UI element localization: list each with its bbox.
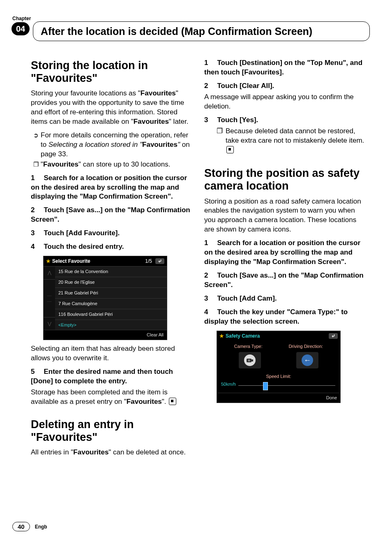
rstep-3: 3 Touch [Yes]. <box>204 116 364 125</box>
right-column: 1 Touch [Destination] on the "Top Menu",… <box>204 57 364 461</box>
back-icon[interactable]: ⤶ <box>329 333 338 339</box>
sstep-4: 4 Touch the key under "Camera Type:" to … <box>204 308 364 327</box>
step-2-text: Touch [Save as...] on the "Map Confirmat… <box>31 206 190 223</box>
step-2: 2 Touch [Save as...] on the "Map Confirm… <box>31 206 191 225</box>
favourites-bold: Favourites <box>73 448 108 456</box>
clear-all-button[interactable]: Clear All <box>44 330 167 340</box>
step-3-text: Touch [Add Favourite]. <box>44 229 120 237</box>
sc-header: ★ Safety Camera ⤶ <box>217 331 340 341</box>
step-3: 3 Touch [Add Favourite]. <box>31 229 191 238</box>
camera-type-button[interactable] <box>239 352 261 368</box>
end-section-icon <box>226 146 234 153</box>
sf-scrollbar[interactable]: ⋀ —— ⋁ <box>44 266 55 330</box>
figure-safety-camera: ★ Safety Camera ⤶ Camera Type: Driving D… <box>217 331 341 403</box>
left-column: Storing the location in "Favourites" Sto… <box>31 57 191 461</box>
safety-intro: Storing a position as a road safety came… <box>204 197 364 235</box>
step-5-body: Storage has been completed and the item … <box>31 388 191 407</box>
scroll-up-icon[interactable]: ⋀ <box>44 266 55 279</box>
favourites-bold: Favourites <box>134 118 169 125</box>
scroll-down-icon[interactable]: ⋁ <box>44 317 55 330</box>
step-4-text: Touch the desired entry. <box>44 243 124 250</box>
rstep-3-text: Touch [Yes]. <box>217 116 258 124</box>
scroll-track[interactable]: —— <box>44 279 55 317</box>
step-1: 1 Search for a location or position the … <box>31 174 191 202</box>
list-item[interactable]: 116 Boulevard Gabriel Péri <box>55 309 167 320</box>
list-item-empty[interactable]: <Empty> <box>55 320 167 330</box>
favourites-bold: Favourites <box>141 89 176 97</box>
driving-direction-label: Driving Direction: <box>288 343 323 350</box>
driving-direction-button[interactable]: ← <box>296 352 318 368</box>
slider-knob[interactable] <box>263 382 268 390</box>
sstep-3-text: Touch [Add Cam]. <box>217 294 277 302</box>
ref-italic: Selecting a location stored in <box>48 141 140 148</box>
bullet-limit: ❐ "Favourites" can store up to 30 locati… <box>31 160 191 169</box>
overwrite-note: Selecting an item that has already been … <box>31 344 191 363</box>
square-icon: ❐ <box>217 127 226 155</box>
sstep-2-text: Touch [Save as...] on the "Map Confirmat… <box>204 271 364 289</box>
chapter-title: After the location is decided (Map Confi… <box>41 25 362 37</box>
favourites-bold: Favourites <box>142 141 178 148</box>
deleting-intro: All entries in "Favourites" can be delet… <box>31 448 191 457</box>
speed-slider[interactable] <box>238 382 335 389</box>
rstep-2-text: Touch [Clear All]. <box>217 82 274 90</box>
list-item[interactable]: 7 Rue Camulogène <box>55 298 167 309</box>
camera-type-label: Camera Type: <box>234 343 263 350</box>
text: " later. <box>169 118 189 125</box>
arrow-left-icon: ← <box>302 354 313 366</box>
star-icon: ★ <box>46 258 51 264</box>
sstep-1-text: Search for a location or position the cu… <box>204 239 360 266</box>
list-item[interactable]: 21 Rue Gabriel Péri <box>55 287 167 298</box>
back-icon[interactable]: ⤶ <box>155 258 164 264</box>
storing-intro: Storing your favourite locations as "Fav… <box>31 89 191 127</box>
svg-rect-2 <box>251 359 253 361</box>
step-4: 4 Touch the desired entry. <box>31 242 191 252</box>
note-text: Because deleted data cannot be restored,… <box>226 127 364 144</box>
heading-storing-favourites: Storing the location in "Favourites" <box>31 59 191 85</box>
region-label: Engb <box>35 524 47 530</box>
sf-title: Select Favourite <box>52 258 90 264</box>
sstep-4-text: Touch the key under "Camera Type:" to di… <box>204 308 348 325</box>
text: All entries in " <box>31 448 73 456</box>
rstep-1: 1 Touch [Destination] on the "Top Menu",… <box>204 58 364 77</box>
arrow-icon: ➲ <box>31 131 41 139</box>
sstep-2: 2 Touch [Save as...] on the "Map Confirm… <box>204 271 364 290</box>
list-item[interactable]: 20 Rue de l'Eglise <box>55 277 167 287</box>
square-icon: ❐ <box>31 160 41 169</box>
speed-limit-label: Speed Limit: <box>221 373 336 380</box>
step-1-text: Search for a location or position the cu… <box>31 174 187 201</box>
rstep-2: 2 Touch [Clear All]. <box>204 81 364 91</box>
page-number-badge: 40 <box>12 522 30 531</box>
heading-deleting-favourites: Deleting an entry in "Favourites" <box>31 418 191 444</box>
list-item[interactable]: 15 Rue de la Convention <box>55 266 167 277</box>
text: " can store up to 30 locations. <box>78 160 170 168</box>
svg-point-1 <box>248 359 250 361</box>
text: ". <box>162 398 166 405</box>
step-5: 5 Enter the desired name and then touch … <box>31 367 191 386</box>
page-footer: 40 Engb <box>12 522 47 531</box>
rstep-3-note: ❐ Because deleted data cannot be restore… <box>217 127 364 155</box>
rstep-2-body: A message will appear asking you to conf… <box>204 93 364 111</box>
sstep-3: 3 Touch [Add Cam]. <box>204 294 364 303</box>
sstep-1: 1 Search for a location or position the … <box>204 239 364 267</box>
chapter-title-frame: After the location is decided (Map Confi… <box>33 21 370 41</box>
done-button[interactable]: Done <box>217 393 340 403</box>
figure-select-favourite: ★ Select Favourite 1/5 ⤶ ⋀ —— ⋁ 15 Rue d… <box>43 256 167 340</box>
star-icon: ★ <box>219 333 224 339</box>
text: " can be deleted at once. <box>108 448 186 456</box>
sf-list: 15 Rue de la Convention 20 Rue de l'Egli… <box>55 266 167 330</box>
chapter-number-badge: 04 <box>12 22 30 35</box>
sc-title: Safety Camera <box>226 333 260 339</box>
heading-safety-camera: Storing the position as safety camera lo… <box>204 167 364 192</box>
sf-page-indicator: 1/5 <box>145 258 152 264</box>
sf-header: ★ Select Favourite 1/5 ⤶ <box>44 256 167 266</box>
text: Storing your favourite locations as " <box>31 89 141 97</box>
favourites-bold: Favourites <box>127 398 162 405</box>
step-5-text: Enter the desired name and then touch [D… <box>31 368 173 385</box>
end-section-icon <box>169 398 176 405</box>
favourites-bold: Favourites <box>43 160 78 168</box>
speed-value: 50km/h <box>221 381 236 387</box>
chapter-label: Chapter <box>12 16 31 21</box>
bullet-more-details: ➲ For more details concerning the operat… <box>31 131 191 159</box>
camera-icon <box>244 354 256 366</box>
rstep-1-text: Touch [Destination] on the "Top Menu", a… <box>204 59 362 76</box>
